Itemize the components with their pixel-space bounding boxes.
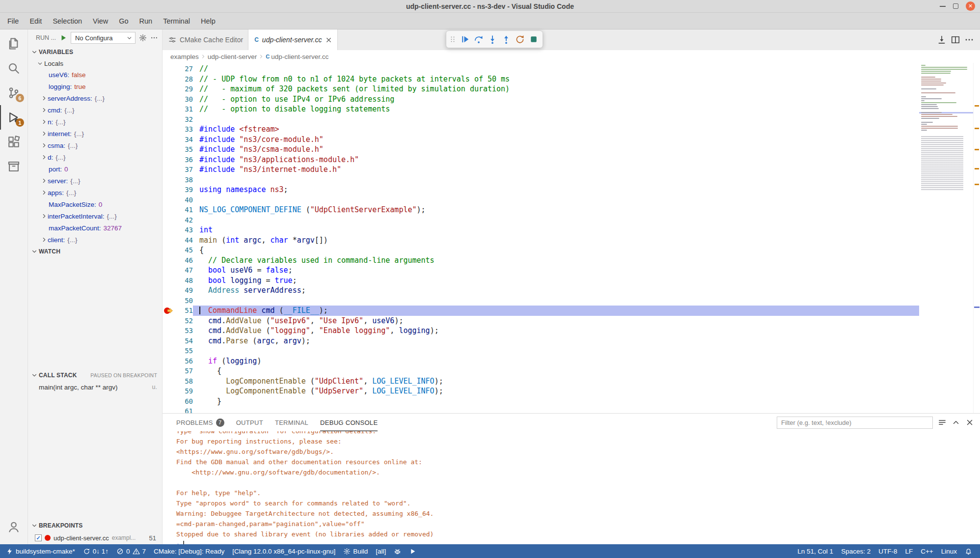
variable-port[interactable]: port:0 bbox=[28, 163, 162, 175]
code-line-54[interactable]: 54 cmd.Parse (argc, argv); bbox=[163, 336, 980, 346]
glyph-margin[interactable] bbox=[163, 104, 174, 114]
start-debugging-button[interactable] bbox=[59, 34, 67, 42]
line-number[interactable]: 42 bbox=[174, 215, 193, 225]
line-number[interactable]: 39 bbox=[174, 185, 193, 195]
line-number[interactable]: 36 bbox=[174, 155, 193, 165]
status-clang-12-0-0-x86-64-pc-linux-gnu[interactable]: [Clang 12.0.0 x86_64-pc-linux-gnu] bbox=[228, 544, 339, 558]
glyph-margin[interactable] bbox=[163, 386, 174, 396]
breadcrumb-file[interactable]: udp-client-server.cc bbox=[271, 53, 328, 60]
code-text[interactable] bbox=[193, 406, 980, 413]
code-text[interactable]: LogComponentEnable ("UdpServer", LOG_LEV… bbox=[193, 386, 980, 396]
glyph-margin[interactable] bbox=[163, 114, 174, 125]
code-text[interactable]: LogComponentEnable ("UdpClient", LOG_LEV… bbox=[193, 376, 980, 387]
glyph-margin[interactable] bbox=[163, 225, 174, 235]
code-text[interactable]: #include "ns3/internet-module.h" bbox=[193, 165, 980, 175]
glyph-margin[interactable] bbox=[163, 94, 174, 105]
line-number[interactable]: 35 bbox=[174, 144, 193, 155]
line-number[interactable]: 34 bbox=[174, 135, 193, 145]
status-c++[interactable]: C++ bbox=[917, 544, 937, 558]
line-number[interactable]: 53 bbox=[174, 326, 193, 336]
code-text[interactable]: #include "ns3/core-module.h" bbox=[193, 135, 980, 145]
line-number[interactable]: 54 bbox=[174, 336, 193, 346]
glyph-margin[interactable] bbox=[163, 285, 174, 296]
code-line-39[interactable]: 39using namespace ns3; bbox=[163, 185, 980, 195]
line-number[interactable]: 38 bbox=[174, 175, 193, 185]
line-number[interactable]: 47 bbox=[174, 265, 193, 276]
variable-interPacketInterval[interactable]: interPacketInterval:{...} bbox=[28, 210, 162, 222]
menu-item-run[interactable]: Run bbox=[134, 13, 158, 29]
watch-section-header[interactable]: WATCH bbox=[28, 246, 162, 257]
code-text[interactable]: Address serverAddress; bbox=[193, 285, 980, 296]
expand-chevron-icon[interactable] bbox=[41, 177, 48, 184]
code-line-43[interactable]: 43int bbox=[163, 225, 980, 235]
menu-item-go[interactable]: Go bbox=[113, 13, 134, 29]
tab-cmake-cache-editor[interactable]: CMake Cache Editor bbox=[163, 29, 248, 50]
glyph-margin[interactable] bbox=[163, 124, 174, 135]
continue-button[interactable] bbox=[458, 33, 471, 46]
glyph-margin[interactable] bbox=[163, 205, 174, 215]
step-out-button[interactable] bbox=[499, 33, 513, 46]
line-number[interactable]: 50 bbox=[174, 296, 193, 306]
code-text[interactable] bbox=[193, 195, 980, 205]
code-text[interactable]: // bbox=[193, 64, 980, 74]
code-line-58[interactable]: 58 LogComponentEnable ("UdpClient", LOG_… bbox=[163, 376, 980, 387]
glyph-margin[interactable] bbox=[163, 306, 174, 316]
status-bug[interactable] bbox=[390, 544, 405, 558]
call-stack-section-header[interactable]: CALL STACK PAUSED ON BREAKPOINT bbox=[28, 369, 162, 381]
more-actions-icon[interactable] bbox=[964, 35, 974, 45]
expand-chevron-icon[interactable] bbox=[41, 154, 48, 161]
activity-extensions[interactable] bbox=[0, 130, 27, 154]
menu-item-help[interactable]: Help bbox=[195, 13, 221, 29]
code-text[interactable]: NS_LOG_COMPONENT_DEFINE ("UdpClientServe… bbox=[193, 205, 980, 215]
code-text[interactable] bbox=[193, 175, 980, 185]
breakpoint-item[interactable]: udp-client-server.cc exampl... 51 bbox=[28, 531, 162, 544]
expand-chevron-icon[interactable] bbox=[41, 189, 48, 196]
code-line-49[interactable]: 49 Address serverAddress; bbox=[163, 285, 980, 296]
glyph-margin[interactable] bbox=[163, 74, 174, 84]
stack-frame[interactable]: main(int argc, char ** argv) u. bbox=[28, 381, 162, 393]
panel-menu-icon[interactable] bbox=[938, 418, 947, 427]
line-number[interactable]: 41 bbox=[174, 205, 193, 215]
code-text[interactable] bbox=[193, 114, 980, 125]
line-number[interactable]: 37 bbox=[174, 165, 193, 175]
status-lf[interactable]: LF bbox=[901, 544, 917, 558]
line-number[interactable]: 30 bbox=[174, 94, 193, 105]
variable-useV6[interactable]: useV6:false bbox=[28, 69, 162, 81]
line-number[interactable]: 61 bbox=[174, 406, 193, 413]
code-text[interactable]: if (logging) bbox=[193, 356, 980, 366]
code-editor[interactable]: 27//28// - UDP flow from n0 to n1 of 102… bbox=[163, 63, 980, 413]
glyph-margin[interactable] bbox=[163, 255, 174, 266]
code-line-56[interactable]: 56 if (logging) bbox=[163, 356, 980, 366]
code-text[interactable]: { bbox=[193, 245, 980, 255]
debug-console[interactable]: Type "show configuration" for configurat… bbox=[163, 431, 980, 544]
tab-udp-client-server-cc[interactable]: Cudp-client-server.cc bbox=[248, 29, 338, 50]
line-number[interactable]: 48 bbox=[174, 276, 193, 286]
code-text[interactable]: main (int argc, char *argv[]) bbox=[193, 235, 980, 246]
scope-locals[interactable]: Locals bbox=[28, 58, 162, 69]
line-number[interactable]: 58 bbox=[174, 376, 193, 387]
expand-chevron-icon[interactable] bbox=[41, 213, 48, 220]
code-line-40[interactable]: 40 bbox=[163, 195, 980, 205]
code-line-59[interactable]: 59 LogComponentEnable ("UdpServer", LOG_… bbox=[163, 386, 980, 396]
status-all[interactable]: [all] bbox=[372, 544, 390, 558]
code-line-57[interactable]: 57 { bbox=[163, 366, 980, 376]
menu-item-terminal[interactable]: Terminal bbox=[158, 13, 195, 29]
breakpoint-checkbox[interactable] bbox=[35, 534, 42, 541]
status-bell[interactable] bbox=[961, 544, 976, 558]
line-number[interactable]: 44 bbox=[174, 235, 193, 246]
line-number[interactable]: 55 bbox=[174, 346, 193, 356]
glyph-margin[interactable] bbox=[163, 396, 174, 407]
glyph-margin[interactable] bbox=[163, 245, 174, 255]
code-text[interactable]: #include <fstream> bbox=[193, 124, 980, 135]
breadcrumb-udp-client-server[interactable]: udp-client-server bbox=[208, 53, 257, 60]
expand-chevron-icon[interactable] bbox=[41, 142, 48, 149]
line-number[interactable]: 40 bbox=[174, 195, 193, 205]
code-text[interactable] bbox=[193, 346, 980, 356]
line-number[interactable]: 43 bbox=[174, 225, 193, 235]
glyph-margin[interactable] bbox=[163, 346, 174, 356]
variable-MaxPacketSize[interactable]: MaxPacketSize:0 bbox=[28, 198, 162, 210]
activity-explorer[interactable] bbox=[0, 31, 27, 56]
code-line-35[interactable]: 35#include "ns3/csma-module.h" bbox=[163, 144, 980, 155]
glyph-margin[interactable] bbox=[163, 326, 174, 336]
line-number[interactable]: 46 bbox=[174, 255, 193, 266]
